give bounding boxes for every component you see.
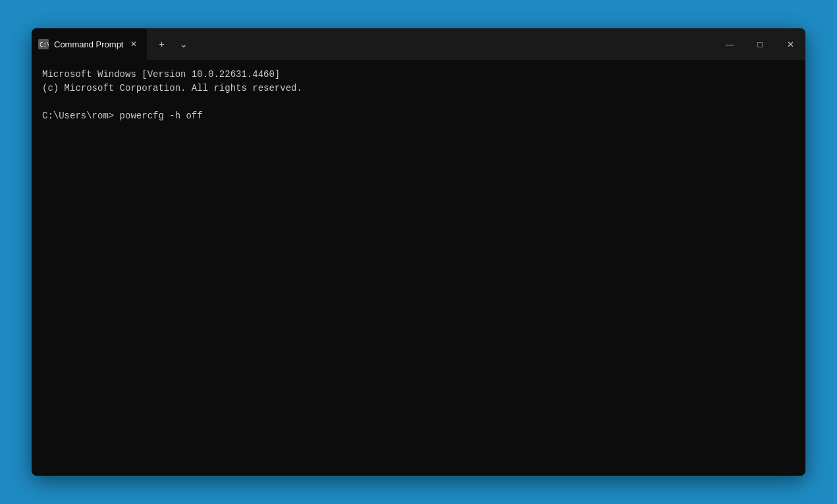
tab-close-button[interactable]: ✕ bbox=[128, 39, 139, 49]
titlebar-actions: + ⌄ bbox=[147, 34, 198, 55]
terminal-line-1: Microsoft Windows [Version 10.0.22631.44… bbox=[42, 68, 795, 82]
terminal-line-2: (c) Microsoft Corporation. All rights re… bbox=[42, 82, 795, 95]
maximize-button[interactable]: □ bbox=[745, 28, 775, 60]
tab-command-prompt[interactable]: C:\ Command Prompt ✕ bbox=[32, 28, 147, 60]
terminal-line-4: C:\Users\rom> powercfg -h off bbox=[42, 109, 795, 123]
terminal-body[interactable]: Microsoft Windows [Version 10.0.22631.44… bbox=[32, 60, 805, 476]
cmd-icon: C:\ bbox=[38, 39, 49, 49]
minimize-button[interactable]: — bbox=[715, 28, 745, 60]
terminal-line-3 bbox=[42, 95, 795, 109]
svg-text:C:\: C:\ bbox=[40, 41, 49, 48]
tab-label: Command Prompt bbox=[54, 39, 123, 49]
dropdown-button[interactable]: ⌄ bbox=[173, 34, 194, 55]
add-tab-button[interactable]: + bbox=[151, 34, 172, 55]
window-controls: — □ ✕ bbox=[715, 28, 805, 60]
titlebar: C:\ Command Prompt ✕ + ⌄ — □ ✕ bbox=[32, 28, 805, 60]
terminal-window: C:\ Command Prompt ✕ + ⌄ — □ ✕ Microsoft… bbox=[32, 28, 805, 476]
close-button[interactable]: ✕ bbox=[775, 28, 805, 60]
